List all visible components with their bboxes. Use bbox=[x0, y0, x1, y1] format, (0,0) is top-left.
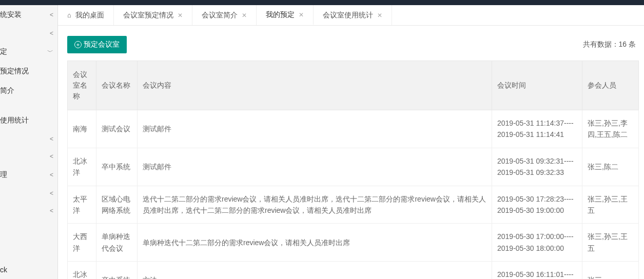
cell-content: 测试邮件 bbox=[138, 110, 492, 148]
close-icon[interactable]: ✕ bbox=[178, 12, 183, 19]
tab-4[interactable]: 会议室使用统计✕ bbox=[314, 5, 392, 25]
tab-3[interactable]: 我的预定✕ bbox=[257, 5, 314, 25]
home-icon: ⌂ bbox=[67, 11, 71, 19]
tab-0[interactable]: ⌂我的桌面 bbox=[58, 5, 114, 25]
chevron-left-icon: < bbox=[50, 190, 53, 197]
main: ⌂我的桌面会议室预定情况✕会议室简介✕我的预定✕会议室使用统计✕ + 预定会议室… bbox=[58, 5, 644, 279]
chevron-left-icon: < bbox=[50, 135, 53, 143]
cell-time: 2019-05-30 17:00:00----2019-05-30 18:00:… bbox=[492, 224, 582, 262]
th-people: 参会人员 bbox=[582, 61, 639, 110]
close-icon[interactable]: ✕ bbox=[299, 11, 304, 18]
sidebar-item-label: 理 bbox=[0, 170, 7, 180]
table-row: 南海测试会议测试邮件2019-05-31 11:14:37----2019-05… bbox=[68, 110, 639, 148]
tab-label: 我的预定 bbox=[266, 10, 295, 19]
sidebar-item-label: 简介 bbox=[0, 86, 14, 95]
cell-time: 2019-05-30 16:11:01----2019-05-30 16:11:… bbox=[492, 262, 582, 279]
cell-name: 卒中系统 bbox=[96, 148, 138, 186]
sidebar-item-3[interactable]: 预定情况 bbox=[0, 62, 57, 81]
app-root: 统安装<<定﹀预定情况简介使用统计<<理<<< ck ⌂我的桌面会议室预定情况✕… bbox=[0, 0, 644, 279]
cell-people: 张三,孙三,李四,王五,陈二 bbox=[582, 110, 639, 148]
table-row: 太平洋区域心电网络系统迭代十二第二部分的需求review会议，请相关人员准时出席… bbox=[68, 186, 639, 224]
sidebar-item-6[interactable]: 使用统计 bbox=[0, 111, 57, 130]
sidebar-item-1[interactable]: < bbox=[0, 25, 57, 42]
sidebar-item-10[interactable]: < bbox=[0, 185, 57, 202]
record-count: 共有数据：16 条 bbox=[583, 40, 636, 49]
cell-people: 张三 bbox=[582, 262, 639, 279]
cell-people: 张三,陈二 bbox=[582, 148, 639, 186]
cell-content: 单病种迭代十二第二部分的需求review会议，请相关人员准时出席 bbox=[138, 224, 492, 262]
sidebar-item-label: 使用统计 bbox=[0, 116, 29, 125]
sidebar-item-4[interactable]: 简介 bbox=[0, 81, 57, 101]
th-time: 会议时间 bbox=[492, 61, 582, 110]
table-row: 北冰洋卒中系统测试邮件2019-05-31 09:32:31----2019-0… bbox=[68, 148, 639, 186]
cell-content: 迭代十二第二部分的需求review会议，请相关人员准时出席，迭代十二第二部分的需… bbox=[138, 186, 492, 224]
cell-name: 测试会议 bbox=[96, 110, 138, 148]
tab-label: 会议室预定情况 bbox=[123, 11, 173, 20]
table-header-row: 会议室名称 会议名称 会议内容 会议时间 参会人员 bbox=[68, 61, 639, 110]
reserve-room-button[interactable]: + 预定会议室 bbox=[67, 36, 127, 53]
sidebar-item-9[interactable]: 理< bbox=[0, 165, 57, 185]
sidebar-item-0[interactable]: 统安装< bbox=[0, 5, 57, 25]
cell-time: 2019-05-31 11:14:37----2019-05-31 11:14:… bbox=[492, 110, 582, 148]
cell-room: 南海 bbox=[68, 110, 96, 148]
cell-time: 2019-05-30 17:28:23----2019-05-30 19:00:… bbox=[492, 186, 582, 224]
th-content: 会议内容 bbox=[138, 61, 492, 110]
chevron-left-icon: < bbox=[50, 153, 53, 160]
tab-1[interactable]: 会议室预定情况✕ bbox=[114, 5, 192, 25]
sidebar-item-7[interactable]: < bbox=[0, 130, 57, 148]
chevron-left-icon: < bbox=[50, 30, 53, 37]
sidebar-item-2[interactable]: 定﹀ bbox=[0, 42, 57, 62]
tab-2[interactable]: 会议室简介✕ bbox=[192, 5, 257, 25]
tab-label: 会议室简介 bbox=[202, 11, 238, 20]
sidebar: 统安装<<定﹀预定情况简介使用统计<<理<<< ck bbox=[0, 0, 58, 279]
chevron-left-icon: < bbox=[50, 171, 53, 178]
table-row: 大西洋单病种迭代会议单病种迭代十二第二部分的需求review会议，请相关人员准时… bbox=[68, 224, 639, 262]
sidebar-item-5[interactable] bbox=[0, 101, 57, 111]
cell-content: 测试邮件 bbox=[138, 148, 492, 186]
toolbar: + 预定会议室 共有数据：16 条 bbox=[67, 36, 639, 53]
cell-content: 方法 bbox=[138, 262, 492, 279]
sidebar-bottom-label: ck bbox=[0, 263, 7, 277]
cell-room: 大西洋 bbox=[68, 224, 96, 262]
cell-name: 单病种迭代会议 bbox=[96, 224, 138, 262]
topbar bbox=[0, 0, 644, 5]
cell-room: 北冰洋 bbox=[68, 148, 96, 186]
sidebar-item-11[interactable]: < bbox=[0, 202, 57, 220]
reservations-table: 会议室名称 会议名称 会议内容 会议时间 参会人员 南海测试会议测试邮件2019… bbox=[67, 61, 639, 279]
cell-room: 北冰洋 bbox=[68, 262, 96, 279]
plus-icon: + bbox=[74, 41, 82, 48]
tabs: ⌂我的桌面会议室预定情况✕会议室简介✕我的预定✕会议室使用统计✕ bbox=[58, 5, 644, 26]
chevron-left-icon: < bbox=[50, 207, 53, 214]
tab-label: 会议室使用统计 bbox=[323, 11, 373, 20]
chevron-down-icon: ﹀ bbox=[47, 48, 53, 56]
table-row: 北冰洋卒中系统方法2019-05-30 16:11:01----2019-05-… bbox=[68, 262, 639, 279]
cell-name: 卒中系统 bbox=[96, 262, 138, 279]
cell-people: 张三,孙三,王五 bbox=[582, 224, 639, 262]
cell-time: 2019-05-31 09:32:31----2019-05-31 09:32:… bbox=[492, 148, 582, 186]
close-icon[interactable]: ✕ bbox=[242, 12, 247, 19]
cell-people: 张三,孙三,王五 bbox=[582, 186, 639, 224]
cell-name: 区域心电网络系统 bbox=[96, 186, 138, 224]
sidebar-item-8[interactable]: < bbox=[0, 148, 57, 165]
chevron-left-icon: < bbox=[50, 11, 53, 18]
sidebar-item-label: 定 bbox=[0, 47, 7, 56]
sidebar-item-label: 预定情况 bbox=[0, 67, 29, 76]
content: + 预定会议室 共有数据：16 条 会议室名称 会议名称 会议内容 会议时间 bbox=[58, 26, 644, 279]
sidebar-item-label: 统安装 bbox=[0, 10, 22, 19]
reserve-label: 预定会议室 bbox=[84, 40, 120, 49]
tab-label: 我的桌面 bbox=[75, 11, 104, 20]
th-room: 会议室名称 bbox=[68, 61, 96, 110]
close-icon[interactable]: ✕ bbox=[377, 12, 382, 19]
cell-room: 太平洋 bbox=[68, 186, 96, 224]
th-name: 会议名称 bbox=[96, 61, 138, 110]
